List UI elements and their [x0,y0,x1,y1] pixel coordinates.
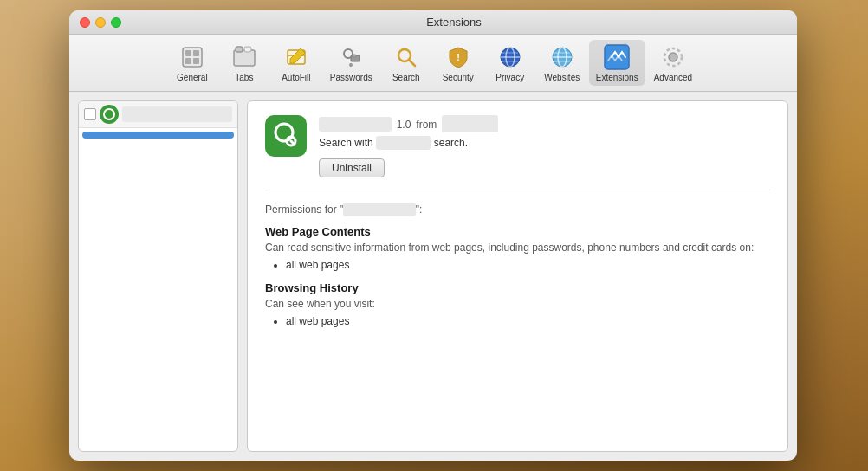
sidebar-list [79,128,237,451]
toolbar-item-advanced[interactable]: Advanced [647,40,699,86]
content-area: 1.0 from Search with search. Uninstall P… [69,92,797,461]
websites-label: Websites [544,73,580,82]
extensions-sidebar [78,100,238,452]
privacy-label: Privacy [496,73,524,82]
general-icon [178,43,206,71]
svg-rect-14 [350,63,352,67]
toolbar-item-general[interactable]: General [167,40,217,86]
passwords-label: Passwords [330,73,372,82]
permissions-suffix: ": [416,203,423,216]
search-label: Search [392,73,420,82]
svg-rect-3 [185,58,191,64]
advanced-label: Advanced [654,73,692,82]
toolbar: General Tabs AutoFill [69,35,797,92]
web-page-contents-list: all web pages [265,259,770,271]
general-label: General [177,73,208,82]
browsing-history-list: all web pages [265,315,770,327]
security-label: Security [443,73,474,82]
svg-rect-7 [244,47,251,52]
sidebar-search-icon [100,105,119,124]
security-icon: ! [444,43,472,71]
permissions-title: Permissions for " ": [265,203,770,216]
extension-header: 1.0 from Search with search. Uninstall [265,115,770,190]
uninstall-button[interactable]: Uninstall [319,158,385,177]
ext-name-in-desc-blurred [376,136,431,150]
extension-detail-panel: 1.0 from Search with search. Uninstall P… [247,100,788,452]
permission-web-page-contents: Web Page Contents Can read sensitive inf… [265,225,770,271]
advanced-icon [659,43,687,71]
titlebar: Extensions [69,10,797,35]
toolbar-item-autofill[interactable]: AutoFill [271,40,321,86]
permission-browsing-history: Browsing History Can see when you visit:… [265,281,770,327]
sidebar-toolbar [79,101,237,128]
web-page-contents-desc: Can read sensitive information from web … [265,241,770,255]
toolbar-item-passwords[interactable]: Passwords [323,40,379,86]
search-with-label: Search with [319,137,373,149]
privacy-icon [496,43,524,71]
ext-from-url-blurred [442,115,497,132]
extension-info: 1.0 from Search with search. Uninstall [319,115,770,177]
svg-rect-12 [353,55,356,57]
sidebar-list-item[interactable] [82,132,234,139]
toolbar-item-websites[interactable]: Websites [537,40,587,86]
svg-rect-4 [193,58,199,64]
svg-line-16 [409,60,415,66]
svg-point-29 [669,53,677,61]
toolbar-item-extensions[interactable]: Extensions [589,40,645,86]
browsing-history-item: all web pages [286,315,770,327]
websites-icon [548,43,576,71]
svg-line-33 [291,141,295,145]
browsing-history-desc: Can see when you visit: [265,297,770,312]
toolbar-item-search[interactable]: Search [381,40,431,86]
ext-desc: Search with search. [319,136,770,150]
web-page-contents-item: all web pages [286,259,770,271]
close-button[interactable] [80,17,90,28]
svg-rect-1 [185,50,191,56]
tabs-icon [230,43,258,71]
svg-rect-2 [193,50,199,56]
minimize-button[interactable] [95,17,106,28]
window-title: Extensions [121,16,787,29]
autofill-icon [282,43,310,71]
safari-preferences-window: Extensions General [69,10,797,461]
web-page-contents-title: Web Page Contents [265,225,770,238]
toolbar-item-privacy[interactable]: Privacy [485,40,535,86]
search-icon [392,43,420,71]
tabs-label: Tabs [235,73,253,82]
ext-version: 1.0 [397,119,411,131]
traffic-lights [80,17,121,28]
permissions-ext-name-blurred [343,203,415,216]
svg-point-31 [275,124,293,141]
sidebar-search-field [122,106,232,122]
sidebar-checkbox[interactable] [84,108,96,120]
svg-text:!: ! [457,52,460,62]
maximize-button[interactable] [111,17,121,28]
passwords-icon [337,43,365,71]
autofill-label: AutoFill [282,73,310,82]
browsing-history-title: Browsing History [265,281,770,294]
toolbar-item-security[interactable]: ! Security [433,40,483,86]
svg-rect-6 [236,47,243,52]
extensions-icon [603,43,631,71]
toolbar-item-tabs[interactable]: Tabs [219,40,269,86]
ext-name-row: 1.0 from [319,115,770,132]
extensions-label: Extensions [596,73,638,82]
ext-name-blurred [319,117,392,132]
search-suffix: search. [434,137,468,149]
permissions-section: Permissions for " ": Web Page Contents C… [265,203,770,327]
permissions-prefix: Permissions for " [265,203,343,216]
extension-icon [265,115,307,157]
ext-from-label: from [416,119,437,131]
